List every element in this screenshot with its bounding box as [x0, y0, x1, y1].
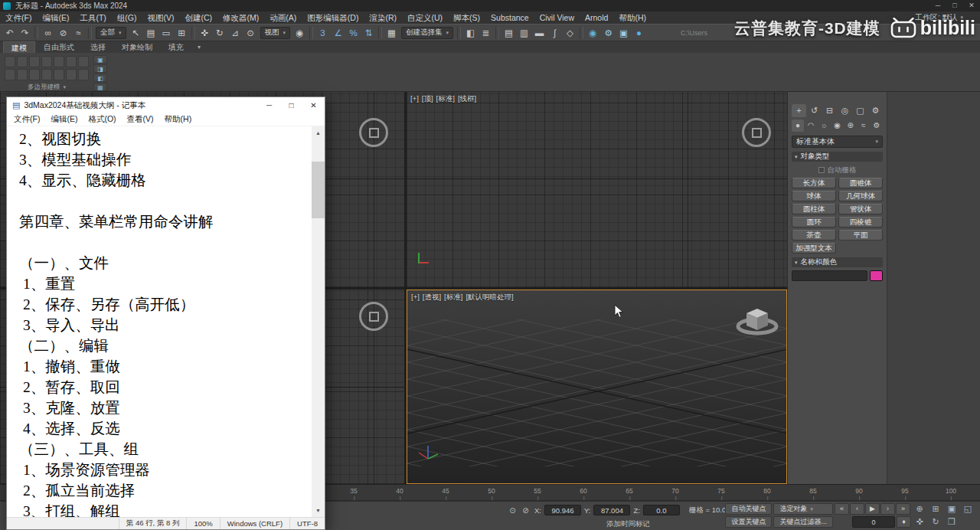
utilities-tab-icon[interactable]: ⚙ [868, 104, 883, 117]
ribbon-button[interactable] [66, 69, 77, 80]
scene-explorer-icon[interactable]: ▤ [501, 26, 516, 40]
select-move-icon[interactable]: ✜ [198, 26, 212, 40]
primitive-button[interactable]: 长方体 [792, 178, 836, 188]
select-object-icon[interactable]: ↖ [129, 26, 143, 40]
systems-category-icon[interactable]: ⚙ [871, 119, 883, 132]
primitive-button[interactable]: 管状体 [838, 204, 883, 214]
minimize-button[interactable]: ─ [929, 0, 946, 11]
angle-snap-icon[interactable]: ∠ [331, 26, 345, 40]
ribbon-modeling-icon[interactable]: ▣ [93, 55, 107, 64]
helpers-category-icon[interactable]: ⊕ [844, 119, 857, 132]
reference-coordinate-dropdown[interactable]: 视图▾ [260, 27, 291, 39]
bind-to-spacewarp-icon[interactable]: ≈ [71, 26, 86, 40]
viewport-label-part[interactable]: [+] [411, 293, 420, 303]
auto-key-button[interactable]: 自动关键点 [725, 503, 772, 515]
z-coordinate-field[interactable]: 0.0 [643, 505, 680, 515]
ribbon-tab[interactable]: 对象绘制 [114, 41, 160, 53]
material-editor-icon[interactable]: ◉ [586, 26, 600, 40]
primitive-button[interactable]: 球体 [792, 191, 836, 201]
modify-tab-icon[interactable]: ↺ [807, 104, 822, 117]
menu-item[interactable]: Arnold [580, 11, 613, 24]
ribbon-button[interactable] [29, 69, 40, 80]
viewport-label-part[interactable]: [标准] [444, 293, 462, 303]
notepad-scrollbar[interactable]: ▲ ▼ [312, 126, 325, 517]
use-pivot-center-icon[interactable]: ◉ [292, 26, 307, 40]
isolate-selection-icon[interactable]: ⊙ [507, 505, 518, 516]
render-production-icon[interactable]: ● [632, 26, 646, 40]
mirror-icon[interactable]: ◧ [463, 26, 478, 40]
previous-frame-button[interactable]: ‹ [850, 503, 864, 515]
ribbon-button[interactable] [17, 56, 28, 67]
viewport-top[interactable]: [+][顶][标准][线框] [407, 92, 787, 287]
notepad-menu-item[interactable]: 帮助(H) [159, 114, 198, 125]
edit-named-selection-icon[interactable]: ▦ [384, 26, 399, 40]
viewport-label-part[interactable]: [+] [410, 94, 419, 104]
select-rotate-icon[interactable]: ↻ [213, 26, 227, 40]
schematic-view-icon[interactable]: ◇ [563, 26, 577, 40]
ribbon-button[interactable] [54, 56, 64, 67]
scroll-up-icon[interactable]: ▲ [312, 126, 325, 139]
align-icon[interactable]: ≣ [479, 26, 493, 40]
menu-item[interactable]: 组(G) [112, 11, 142, 24]
ribbon-button[interactable] [5, 56, 15, 67]
rendered-frame-icon[interactable]: ▣ [616, 26, 631, 40]
ribbon-tab[interactable]: 自由形式 [36, 41, 82, 53]
key-filters-button[interactable]: 关键点过滤器... [773, 516, 833, 528]
selected-objects-dropdown[interactable]: 选定对象 ▾ [773, 503, 833, 515]
spacewarps-category-icon[interactable]: ≈ [858, 119, 870, 132]
primitive-button[interactable]: 四棱锥 [838, 217, 883, 227]
orbit-icon[interactable]: ↻ [928, 516, 943, 528]
menu-item[interactable]: 渲染(R) [364, 11, 402, 24]
ribbon-freeform-icon[interactable]: ◨ [93, 64, 107, 73]
primitive-button[interactable]: 圆锥体 [838, 178, 883, 188]
menu-item[interactable]: 修改器(M) [217, 11, 264, 24]
scrollbar-thumb[interactable] [312, 162, 325, 218]
menu-item[interactable]: 视图(V) [142, 11, 180, 24]
ribbon-button[interactable] [66, 56, 77, 67]
viewport-label-part[interactable]: [顶] [422, 94, 433, 104]
ribbon-button[interactable] [54, 69, 64, 80]
maximize-viewport-icon[interactable]: ❒ [944, 516, 959, 528]
snap-toggle-3d-icon[interactable]: 3 [315, 26, 330, 40]
zoom-all-icon[interactable]: ⊞ [928, 503, 943, 515]
select-scale-icon[interactable]: ⊿ [228, 26, 243, 40]
ribbon-paint-icon[interactable]: ▦ [93, 83, 107, 91]
ribbon-button[interactable] [78, 56, 89, 67]
current-frame-field[interactable]: 0 [852, 516, 895, 528]
primitive-type-dropdown[interactable]: 标准基本体 ▾ [792, 136, 883, 148]
rectangular-selection-icon[interactable]: ▭ [159, 26, 174, 40]
scroll-down-icon[interactable]: ▼ [312, 504, 325, 517]
play-button[interactable]: ▶ [865, 503, 880, 515]
notepad-close-button[interactable]: ✕ [302, 97, 325, 113]
viewport-perspective[interactable]: [+][透视][标准][默认明暗处理] [407, 290, 787, 484]
percent-snap-icon[interactable]: % [346, 26, 361, 40]
unlink-icon[interactable]: ⊘ [56, 26, 70, 40]
go-to-end-button[interactable]: » [896, 503, 910, 515]
ribbon-button[interactable] [29, 56, 40, 67]
ribbon-button[interactable] [17, 69, 28, 80]
ribbon-button[interactable] [5, 69, 15, 80]
primitive-button[interactable]: 圆环 [792, 217, 836, 227]
ribbon-tab[interactable]: 建模 [3, 41, 35, 53]
render-setup-icon[interactable]: ⚙ [601, 26, 616, 40]
set-key-button[interactable]: 设置关键点 [725, 516, 772, 528]
workspace-dropdown[interactable]: 工作区: 默认 ▾ [915, 12, 980, 23]
primitive-button[interactable]: 几何球体 [838, 191, 883, 201]
viewport-label-part[interactable]: [透视] [423, 293, 441, 303]
select-place-icon[interactable]: ⊙ [243, 26, 258, 40]
notepad-menu-item[interactable]: 格式(O) [83, 114, 121, 125]
zoom-extents-icon[interactable]: ▣ [944, 503, 959, 515]
ribbon-button[interactable] [41, 56, 52, 67]
menu-item[interactable]: 自定义(U) [402, 11, 448, 24]
spinner-snap-icon[interactable]: ⇅ [361, 26, 376, 40]
box-torus-object[interactable] [733, 306, 782, 339]
notepad-menu-item[interactable]: 查看(V) [122, 114, 159, 125]
redo-icon[interactable]: ↷ [18, 26, 32, 40]
undo-icon[interactable]: ↶ [2, 26, 17, 40]
torus-object[interactable] [742, 118, 771, 147]
select-by-name-icon[interactable]: ▤ [144, 26, 158, 40]
ribbon-button[interactable] [41, 69, 52, 80]
viewport-label-part[interactable]: [默认明暗处理] [466, 293, 513, 303]
notepad-title-bar[interactable]: ▤ 3dMax2024基础视频大纲 - 记事本 ─□✕ [7, 97, 325, 113]
motion-tab-icon[interactable]: ◎ [838, 104, 852, 117]
